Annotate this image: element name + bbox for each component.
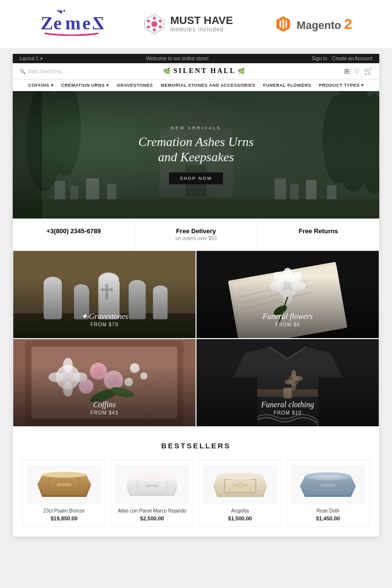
phone-number: +3(800) 2345-6789 [18, 227, 130, 235]
returns-label: Free Returns [262, 227, 374, 235]
product-3[interactable]: Angelita $1,500.00 [198, 460, 282, 527]
svg-rect-102 [146, 485, 158, 487]
store-logo: 🌿 SILENT HALL 🌿 [163, 67, 246, 75]
svg-point-109 [238, 483, 242, 487]
svg-point-15 [159, 25, 162, 28]
svg-point-116 [313, 474, 343, 478]
clothing-name: Funeral clothing [196, 400, 379, 409]
bestsellers-section: BESTSELLERS [13, 427, 379, 537]
search-input[interactable]: Start Searching... [27, 69, 65, 74]
product-3-name: Angelita [203, 508, 277, 514]
svg-text:m: m [65, 13, 80, 33]
hero-dark-overlay [13, 91, 42, 219]
nav-gravestones[interactable]: GRAVESTONES [117, 83, 153, 88]
svg-rect-27 [290, 184, 298, 202]
bestsellers-title: BESTSELLERS [23, 441, 369, 450]
svg-point-104 [137, 475, 167, 479]
store-frame: Layout 1 ▾ Welcome to our online store! … [12, 53, 380, 537]
top-banner: Z e m e Z [0, 0, 392, 49]
topbar-right: Sign In Create an Account [312, 56, 372, 61]
product-2[interactable]: Atlas con Panel Marco Rejando $2,500.00 [111, 460, 194, 527]
category-flowers[interactable]: Funeral flowers FROM $8 [196, 251, 379, 338]
svg-point-11 [153, 28, 156, 31]
svg-rect-97 [57, 483, 72, 486]
info-bar: +3(800) 2345-6789 Free Delivery on order… [13, 219, 379, 250]
product-4-name: Rose Doth [291, 508, 366, 514]
product-4[interactable]: Rose Doth $1,450.00 [287, 460, 370, 527]
gravestones-label: ✦ Gravestones FROM $79 [13, 312, 196, 327]
magento-icon [273, 14, 293, 34]
wishlist-icon[interactable]: ♡ [354, 67, 360, 75]
returns-info: Free Returns [257, 219, 379, 250]
store-nav: COFFINS ▾ CREMATION URNS ▾ GRAVESTONES M… [13, 79, 379, 91]
delivery-info: Free Delivery on orders over $50 [135, 219, 258, 250]
product-4-image [291, 465, 366, 504]
gravestones-price: FROM $79 [13, 322, 196, 327]
svg-text:Z: Z [93, 13, 103, 33]
layout-arrow: ▾ [40, 56, 43, 61]
svg-point-13 [159, 20, 162, 23]
svg-text:e: e [82, 13, 90, 33]
nav-product-types[interactable]: PRODUCT TYPES ▾ [319, 83, 364, 88]
store-name: SILENT HALL [173, 67, 236, 75]
flowers-label: Funeral flowers FROM $8 [196, 312, 379, 327]
svg-point-14 [147, 25, 150, 28]
signin-link[interactable]: Sign In [312, 56, 327, 61]
product-4-price: $1,450.00 [291, 515, 366, 521]
hero-subtitle: NEW ARRIVALS [138, 125, 253, 130]
svg-point-9 [151, 21, 157, 27]
store-header: 🔍 Start Searching... 🌿 SILENT HALL 🌿 ⊞ ♡… [13, 63, 379, 79]
compare-icon[interactable]: ⊞ [344, 67, 350, 75]
svg-point-34 [323, 95, 352, 184]
category-grid: ✦ Gravestones FROM $79 [13, 250, 379, 427]
nav-memorial-stones[interactable]: MEMORIAL STONES AND ACCESSORIES [161, 83, 255, 88]
flowers-name: Funeral flowers [196, 312, 379, 321]
product-2-name: Atlas con Panel Marco Rejando [115, 508, 190, 514]
product-3-image [203, 465, 277, 504]
nav-cremation-urns[interactable]: CREMATION URNS ▾ [61, 83, 109, 88]
search-icon: 🔍 [20, 69, 25, 74]
product-2-image [115, 465, 190, 504]
delivery-sub: on orders over $50 [140, 236, 252, 241]
product-2-price: $2,500.00 [115, 515, 190, 521]
products-grid: 23ct Psalm Bronze $19,850.00 [23, 460, 369, 527]
coffins-price: FROM $43 [13, 410, 196, 416]
clothing-label: Funeral clothing FROM $10 [196, 400, 379, 416]
svg-rect-35 [13, 199, 379, 219]
create-account-link[interactable]: Create an Account [332, 56, 372, 61]
modules-text: modules included [170, 26, 233, 33]
search-area[interactable]: 🔍 Start Searching... [20, 69, 65, 74]
hero-content: NEW ARRIVALS Cremation Ashes Urnsand Kee… [138, 125, 253, 184]
svg-point-6 [63, 10, 65, 12]
magento-version: 2 [344, 16, 352, 32]
svg-point-110 [217, 473, 263, 480]
svg-point-10 [153, 17, 156, 20]
svg-rect-114 [320, 484, 335, 487]
coffins-name: Coffins [13, 400, 196, 409]
header-icons: ⊞ ♡ 🛒 [344, 67, 372, 75]
product-1-image [27, 465, 101, 504]
hero-title: Cremation Ashes Urnsand Keepsakes [138, 134, 253, 165]
category-gravestones[interactable]: ✦ Gravestones FROM $79 [13, 251, 196, 338]
svg-rect-24 [86, 178, 99, 202]
layout-selector[interactable]: Layout 1 [20, 56, 38, 61]
hero-cta-button[interactable]: SHOP NOW [169, 172, 223, 184]
cart-icon[interactable]: 🛒 [364, 67, 372, 75]
musthave-icon [144, 13, 165, 35]
clothing-price: FROM $10 [196, 410, 379, 416]
nav-funeral-flowers[interactable]: FUNERAL FLOWERS [263, 83, 311, 88]
nav-coffins[interactable]: COFFINS ▾ [28, 83, 54, 88]
product-1[interactable]: 23ct Psalm Bronze $19,850.00 [23, 460, 106, 527]
svg-rect-28 [306, 180, 316, 202]
svg-rect-25 [107, 184, 116, 202]
magento-label: Magento [297, 19, 341, 31]
flowers-price: FROM $8 [196, 322, 379, 327]
svg-rect-22 [54, 181, 65, 202]
svg-point-12 [147, 20, 150, 23]
category-clothing[interactable]: Funeral clothing FROM $10 [196, 339, 379, 426]
category-coffins[interactable]: Coffins FROM $43 [13, 339, 196, 426]
svg-point-98 [42, 472, 86, 478]
svg-point-7 [57, 10, 59, 12]
coffins-label: Coffins FROM $43 [13, 400, 196, 416]
gravestones-name: ✦ Gravestones [13, 312, 196, 321]
